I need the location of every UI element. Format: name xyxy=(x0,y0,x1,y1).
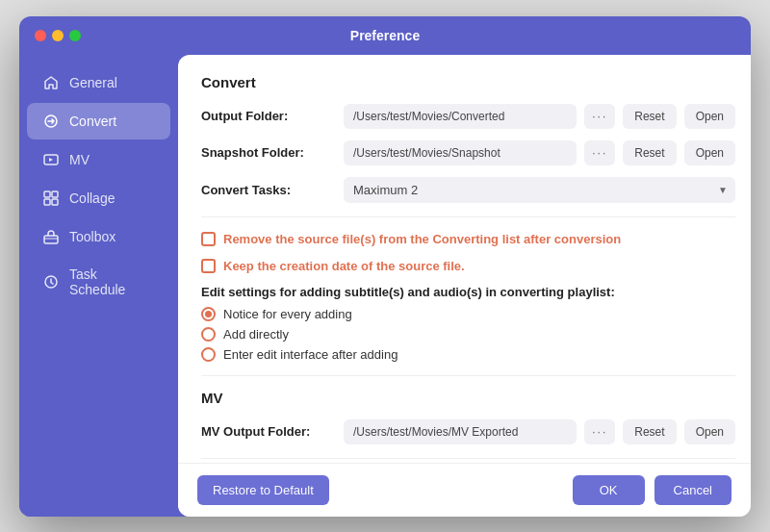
checkbox-remove-source[interactable] xyxy=(201,232,216,246)
output-folder-open-button[interactable]: Open xyxy=(684,104,735,129)
ok-button[interactable]: OK xyxy=(573,475,645,505)
sidebar-label-mv: MV xyxy=(69,152,90,167)
snapshot-folder-reset-button[interactable]: Reset xyxy=(623,140,676,165)
collage-icon xyxy=(42,190,60,207)
convert-tasks-row: Convert Tasks: Maximum 2 Maximum 4 Maxim… xyxy=(201,177,735,203)
mv-output-dots-button[interactable]: ··· xyxy=(584,419,615,444)
output-folder-row: Output Folder: ··· Reset Open xyxy=(201,104,735,129)
footer-right: OK Cancel xyxy=(573,475,732,505)
mv-output-label: MV Output Folder: xyxy=(201,424,336,439)
window-body: General Convert MV xyxy=(19,55,751,517)
cancel-button[interactable]: Cancel xyxy=(654,475,732,505)
sidebar-item-convert[interactable]: Convert xyxy=(27,103,170,139)
convert-tasks-label: Convert Tasks: xyxy=(201,183,336,197)
schedule-icon xyxy=(42,273,60,291)
sidebar-item-toolbox[interactable]: Toolbox xyxy=(27,218,170,255)
svg-rect-4 xyxy=(44,199,50,205)
radio-notice-row: Notice for every adding xyxy=(201,307,735,321)
radio-add-directly[interactable] xyxy=(201,327,216,342)
toolbox-icon xyxy=(42,228,60,245)
close-button[interactable] xyxy=(35,30,46,41)
sidebar-item-task-schedule[interactable]: Task Schedule xyxy=(27,257,170,307)
sidebar-label-convert: Convert xyxy=(69,114,116,129)
checkbox-keep-date-row: Keep the creation date of the source fil… xyxy=(201,258,735,275)
minimize-button[interactable] xyxy=(52,30,64,41)
sidebar-item-mv[interactable]: MV xyxy=(27,141,170,178)
window-controls xyxy=(35,30,81,41)
mv-output-reset-button[interactable]: Reset xyxy=(623,419,676,444)
svg-rect-2 xyxy=(44,191,50,197)
sidebar-label-toolbox: Toolbox xyxy=(69,229,116,244)
convert-section: Convert Output Folder: ··· Reset Open Sn… xyxy=(201,74,735,362)
footer-bar: Restore to Default OK Cancel xyxy=(178,463,751,517)
radio-notice[interactable] xyxy=(201,307,216,321)
checkbox-keep-date[interactable] xyxy=(201,259,216,273)
checkbox-remove-source-label: Remove the source file(s) from the Conve… xyxy=(223,231,621,248)
sidebar: General Convert MV xyxy=(19,55,178,517)
radio-add-directly-row: Add directly xyxy=(201,327,735,342)
title-bar: Preference xyxy=(19,16,751,55)
main-content: Convert Output Folder: ··· Reset Open Sn… xyxy=(178,55,751,517)
convert-tasks-select[interactable]: Maximum 2 Maximum 4 Maximum 8 xyxy=(344,177,735,203)
home-icon xyxy=(42,74,60,91)
checkbox-keep-date-label: Keep the creation date of the source fil… xyxy=(223,258,465,275)
divider-3 xyxy=(201,458,735,459)
output-folder-label: Output Folder: xyxy=(201,109,336,123)
divider-1 xyxy=(201,216,735,217)
checkbox-remove-source-row: Remove the source file(s) from the Conve… xyxy=(201,231,735,248)
snapshot-folder-row: Snapshot Folder: ··· Reset Open xyxy=(201,140,735,165)
mv-output-input[interactable] xyxy=(344,419,577,444)
window-title: Preference xyxy=(350,28,420,43)
snapshot-folder-input[interactable] xyxy=(344,140,577,165)
sidebar-label-general: General xyxy=(69,75,117,90)
convert-icon xyxy=(42,113,60,130)
radio-notice-label: Notice for every adding xyxy=(223,307,352,321)
svg-rect-6 xyxy=(44,236,58,243)
mv-icon xyxy=(42,151,60,168)
svg-rect-5 xyxy=(52,199,58,205)
content-scroll[interactable]: Convert Output Folder: ··· Reset Open Sn… xyxy=(178,55,751,463)
mv-section: MV MV Output Folder: ··· Reset Open xyxy=(201,390,735,444)
sidebar-label-task-schedule: Task Schedule xyxy=(69,266,155,297)
radio-edit-interface-label: Enter edit interface after adding xyxy=(223,347,398,362)
snapshot-folder-open-button[interactable]: Open xyxy=(684,140,735,165)
convert-section-title: Convert xyxy=(201,74,735,90)
radio-edit-interface[interactable] xyxy=(201,347,216,362)
convert-tasks-select-wrapper: Maximum 2 Maximum 4 Maximum 8 ▼ xyxy=(344,177,735,203)
mv-output-row: MV Output Folder: ··· Reset Open xyxy=(201,419,735,444)
snapshot-folder-label: Snapshot Folder: xyxy=(201,145,336,160)
radio-add-directly-label: Add directly xyxy=(223,327,289,342)
output-folder-reset-button[interactable]: Reset xyxy=(623,104,676,129)
preference-window: Preference General Conve xyxy=(19,16,751,517)
radio-edit-interface-row: Enter edit interface after adding xyxy=(201,347,735,362)
divider-2 xyxy=(201,375,735,376)
output-folder-input[interactable] xyxy=(344,104,577,129)
output-folder-dots-button[interactable]: ··· xyxy=(584,104,615,129)
restore-default-button[interactable]: Restore to Default xyxy=(197,475,329,505)
snapshot-folder-dots-button[interactable]: ··· xyxy=(584,140,615,165)
mv-output-open-button[interactable]: Open xyxy=(684,419,735,444)
mv-section-title: MV xyxy=(201,390,735,406)
maximize-button[interactable] xyxy=(69,30,81,41)
subtitle-settings-label: Edit settings for adding subtitle(s) and… xyxy=(201,285,735,299)
sidebar-item-collage[interactable]: Collage xyxy=(27,180,170,216)
sidebar-item-general[interactable]: General xyxy=(27,64,170,101)
sidebar-label-collage: Collage xyxy=(69,190,115,206)
svg-rect-3 xyxy=(52,191,58,197)
